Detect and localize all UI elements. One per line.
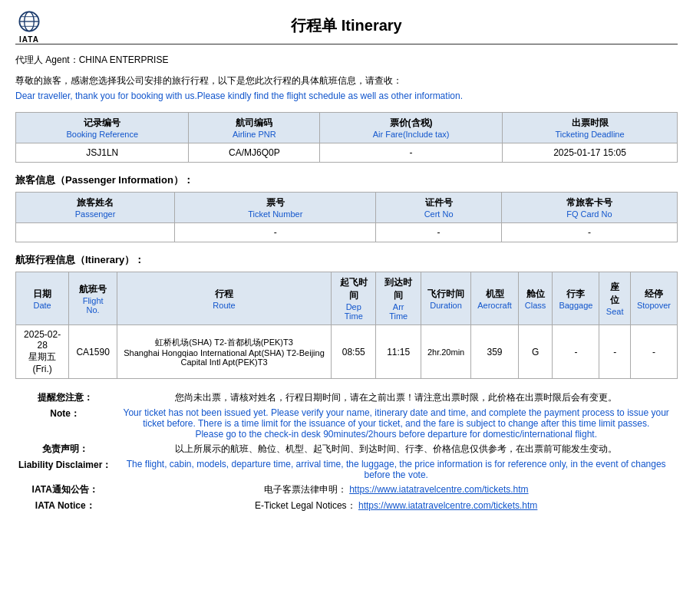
- iata-link-zh[interactable]: https://www.iatatravelcentre.com/tickets…: [349, 484, 528, 495]
- disclaimer-content-zh: 以上所展示的航班、舱位、机型、起飞时间、到达时间、行李、价格信息仅供参考，在出票…: [114, 441, 678, 457]
- disclaimer-content-en: The flight, cabin, models, departure tim…: [114, 457, 678, 482]
- airline-pnr-header: 航司编码 Airline PNR: [189, 113, 320, 143]
- iata-notice-label-zh: IATA通知公告：: [15, 482, 114, 498]
- booking-table: 记录编号 Booking Reference 航司编码 Airline PNR …: [15, 112, 678, 163]
- notes-table: 提醒您注意： 您尚未出票，请核对姓名，行程日期时间，请在之前出票！请注意出票时限…: [15, 390, 678, 514]
- duration-header: 飞行时间 Duration: [421, 272, 470, 325]
- itinerary-table: 日期 Date 航班号 Flight No. 行程 Route 起飞时间 Dep…: [15, 272, 678, 379]
- cert-no-value: -: [376, 223, 501, 242]
- reminder-content-en: Your ticket has not been issued yet. Ple…: [114, 406, 678, 441]
- greeting-en: Dear traveller, thank you for booking wi…: [15, 91, 678, 101]
- iata-notice-label-en: IATA Notice：: [15, 498, 114, 514]
- fq-card-value: -: [501, 223, 677, 242]
- air-fare-value: -: [320, 143, 503, 163]
- class-value: G: [518, 325, 553, 379]
- stopover-header: 经停 Stopover: [630, 272, 677, 325]
- iata-notice-content-zh: 电子客票法律申明： https://www.iatatravelcentre.c…: [114, 482, 678, 498]
- air-fare-header: 票价(含税) Air Fare(Include tax): [320, 113, 503, 143]
- passenger-name-header: 旅客姓名 Passenger: [16, 193, 175, 223]
- reminder-label-zh: 提醒您注意：: [15, 390, 114, 406]
- passenger-table: 旅客姓名 Passenger 票号 Ticket Number 证件号 Cert…: [15, 192, 678, 242]
- ticket-number-header: 票号 Ticket Number: [175, 193, 376, 223]
- disclaimer-label-zh: 免责声明：: [15, 441, 114, 457]
- iata-notice-row-en: IATA Notice： E-Ticket Legal Notices： htt…: [15, 498, 678, 514]
- class-header: 舱位 Class: [518, 272, 553, 325]
- flight-no-header: 航班号 Flight No.: [69, 272, 117, 325]
- aerocraft-header: 机型 Aerocraft: [471, 272, 519, 325]
- date-header: 日期 Date: [16, 272, 69, 325]
- disclaimer-label-en: Liability Disclaimer：: [15, 457, 114, 482]
- baggage-header: 行李 Baggage: [553, 272, 599, 325]
- date-value: 2025-02-28 星期五 (Fri.): [16, 325, 69, 379]
- ticketing-deadline-header: 出票时限 Ticketing Deadline: [503, 113, 678, 143]
- iata-notice-content-en: E-Ticket Legal Notices： https://www.iata…: [114, 498, 678, 514]
- itinerary-section-title: 航班行程信息（Itinerary）：: [15, 253, 678, 267]
- agent-line: 代理人 Agent：CHINA ENTERPRISE: [15, 54, 678, 67]
- stopover-value: -: [630, 325, 677, 379]
- disclaimer-row-zh: 免责声明： 以上所展示的航班、舱位、机型、起飞时间、到达时间、行李、价格信息仅供…: [15, 441, 678, 457]
- disclaimer-row-en: Liability Disclaimer： The flight, cabin,…: [15, 457, 678, 482]
- agent-name: CHINA ENTERPRISE: [79, 54, 169, 65]
- booking-ref-value: JSJ1LN: [16, 143, 189, 163]
- seat-value: -: [599, 325, 631, 379]
- ticket-number-value: -: [175, 223, 376, 242]
- iata-logo: IATA: [15, 8, 43, 44]
- arr-time-value: 11:15: [376, 325, 421, 379]
- iata-label: IATA: [19, 35, 39, 44]
- reminder-label-en: Note：: [15, 406, 114, 441]
- passenger-section-title: 旅客信息（Passenger Information）：: [15, 173, 678, 187]
- dep-time-value: 08:55: [332, 325, 376, 379]
- arr-time-header: 到达时间 Arr Time: [376, 272, 421, 325]
- cert-no-header: 证件号 Cert No: [376, 193, 501, 223]
- flight-no-value: CA1590: [69, 325, 117, 379]
- iata-notice-row-zh: IATA通知公告： 电子客票法律申明： https://www.iatatrav…: [15, 482, 678, 498]
- reminder-row-zh: 提醒您注意： 您尚未出票，请核对姓名，行程日期时间，请在之前出票！请注意出票时限…: [15, 390, 678, 406]
- page-title: 行程单 Itinerary: [291, 15, 401, 36]
- route-header: 行程 Route: [117, 272, 331, 325]
- page-header: IATA 行程单 Itinerary: [15, 15, 678, 44]
- dep-time-header: 起飞时间 Dep Time: [332, 272, 376, 325]
- greeting-zh: 尊敬的旅客，感谢您选择我公司安排的旅行行程，以下是您此次行程的具体航班信息，请查…: [15, 74, 678, 87]
- route-value: 虹桥机场(SHA) T2-首都机场(PEK)T3 Shanghai Hongqi…: [117, 325, 331, 379]
- booking-data-row: JSJ1LN CA/MJ6Q0P - 2025-01-17 15:05: [16, 143, 678, 163]
- ticketing-deadline-value: 2025-01-17 15:05: [503, 143, 678, 163]
- itinerary-data-row: 2025-02-28 星期五 (Fri.) CA1590 虹桥机场(SHA) T…: [16, 325, 678, 379]
- iata-link-en[interactable]: https://www.iatatravelcentre.com/tickets…: [358, 500, 537, 511]
- reminder-content-zh: 您尚未出票，请核对姓名，行程日期时间，请在之前出票！请注意出票时限，此价格在出票…: [114, 390, 678, 406]
- seat-header: 座位 Seat: [599, 272, 631, 325]
- globe-icon: [15, 8, 43, 35]
- duration-value: 2hr.20min: [421, 325, 470, 379]
- reminder-row-en: Note： Your ticket has not been issued ye…: [15, 406, 678, 441]
- fq-card-header: 常旅客卡号 FQ Card No: [501, 193, 677, 223]
- passenger-data-row: - - -: [16, 223, 678, 242]
- passenger-name-value: [16, 223, 175, 242]
- agent-label: 代理人 Agent：: [15, 54, 79, 65]
- booking-ref-header: 记录编号 Booking Reference: [16, 113, 189, 143]
- airline-pnr-value: CA/MJ6Q0P: [189, 143, 320, 163]
- baggage-value: -: [553, 325, 599, 379]
- aerocraft-value: 359: [471, 325, 519, 379]
